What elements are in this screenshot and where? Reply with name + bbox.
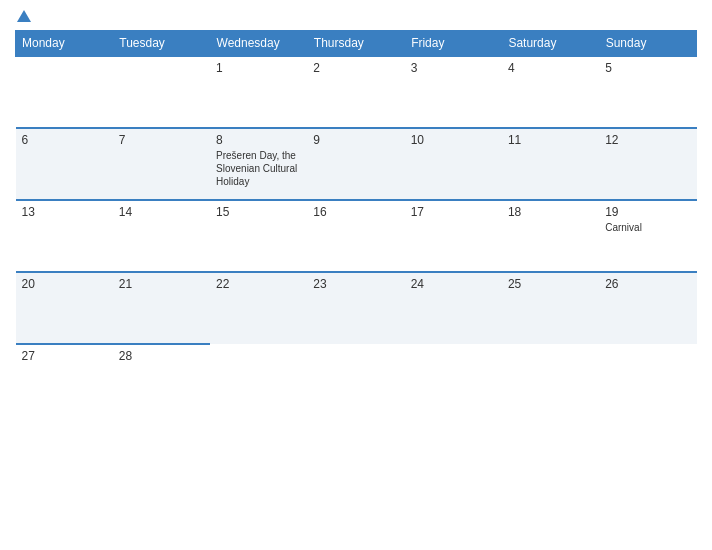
week-row-4: 2728 xyxy=(16,344,697,416)
day-header-sunday: Sunday xyxy=(599,31,696,57)
day-number: 1 xyxy=(216,61,301,75)
calendar-cell xyxy=(113,56,210,128)
calendar-cell xyxy=(502,344,599,416)
calendar-cell: 4 xyxy=(502,56,599,128)
calendar-cell: 24 xyxy=(405,272,502,344)
calendar-cell: 3 xyxy=(405,56,502,128)
day-header-monday: Monday xyxy=(16,31,113,57)
day-number: 24 xyxy=(411,277,496,291)
day-number: 18 xyxy=(508,205,593,219)
day-number: 23 xyxy=(313,277,398,291)
calendar-cell: 8Prešeren Day, the Slovenian Cultural Ho… xyxy=(210,128,307,200)
calendar-cell xyxy=(307,344,404,416)
calendar-cell: 11 xyxy=(502,128,599,200)
calendar-cell: 7 xyxy=(113,128,210,200)
calendar-cell: 9 xyxy=(307,128,404,200)
day-number: 22 xyxy=(216,277,301,291)
day-number: 19 xyxy=(605,205,690,219)
day-number: 8 xyxy=(216,133,301,147)
week-row-0: 12345 xyxy=(16,56,697,128)
day-header-saturday: Saturday xyxy=(502,31,599,57)
calendar-cell: 17 xyxy=(405,200,502,272)
calendar-cell xyxy=(599,344,696,416)
calendar-cell xyxy=(210,344,307,416)
day-header-thursday: Thursday xyxy=(307,31,404,57)
day-number: 13 xyxy=(22,205,107,219)
calendar-cell: 20 xyxy=(16,272,113,344)
day-number: 14 xyxy=(119,205,204,219)
week-row-2: 13141516171819Carnival xyxy=(16,200,697,272)
day-header-friday: Friday xyxy=(405,31,502,57)
day-number: 9 xyxy=(313,133,398,147)
calendar-cell: 14 xyxy=(113,200,210,272)
calendar-cell: 19Carnival xyxy=(599,200,696,272)
calendar-cell xyxy=(405,344,502,416)
day-number: 7 xyxy=(119,133,204,147)
days-header-row: MondayTuesdayWednesdayThursdayFridaySatu… xyxy=(16,31,697,57)
calendar-cell: 21 xyxy=(113,272,210,344)
calendar-cell xyxy=(16,56,113,128)
calendar-cell: 15 xyxy=(210,200,307,272)
day-number: 10 xyxy=(411,133,496,147)
day-number: 16 xyxy=(313,205,398,219)
day-header-tuesday: Tuesday xyxy=(113,31,210,57)
event-text: Carnival xyxy=(605,221,690,234)
day-number: 28 xyxy=(119,349,204,363)
calendar-cell: 23 xyxy=(307,272,404,344)
day-header-wednesday: Wednesday xyxy=(210,31,307,57)
day-number: 17 xyxy=(411,205,496,219)
day-number: 25 xyxy=(508,277,593,291)
calendar-cell: 22 xyxy=(210,272,307,344)
calendar-cell: 13 xyxy=(16,200,113,272)
day-number: 12 xyxy=(605,133,690,147)
day-number: 15 xyxy=(216,205,301,219)
calendar-cell: 5 xyxy=(599,56,696,128)
calendar-cell: 18 xyxy=(502,200,599,272)
calendar-cell: 16 xyxy=(307,200,404,272)
day-number: 20 xyxy=(22,277,107,291)
event-text: Prešeren Day, the Slovenian Cultural Hol… xyxy=(216,149,301,188)
calendar-cell: 10 xyxy=(405,128,502,200)
day-number: 6 xyxy=(22,133,107,147)
calendar-cell: 28 xyxy=(113,344,210,416)
calendar-cell: 27 xyxy=(16,344,113,416)
logo-triangle-icon xyxy=(17,10,31,22)
calendar-cell: 26 xyxy=(599,272,696,344)
day-number: 4 xyxy=(508,61,593,75)
logo xyxy=(15,10,31,22)
day-number: 11 xyxy=(508,133,593,147)
day-number: 27 xyxy=(22,349,107,363)
day-number: 21 xyxy=(119,277,204,291)
week-row-1: 678Prešeren Day, the Slovenian Cultural … xyxy=(16,128,697,200)
calendar-cell: 6 xyxy=(16,128,113,200)
day-number: 3 xyxy=(411,61,496,75)
day-number: 26 xyxy=(605,277,690,291)
calendar-page: MondayTuesdayWednesdayThursdayFridaySatu… xyxy=(0,0,712,550)
calendar-cell: 2 xyxy=(307,56,404,128)
day-number: 2 xyxy=(313,61,398,75)
day-number: 5 xyxy=(605,61,690,75)
week-row-3: 20212223242526 xyxy=(16,272,697,344)
calendar-cell: 12 xyxy=(599,128,696,200)
calendar-cell: 1 xyxy=(210,56,307,128)
calendar-table: MondayTuesdayWednesdayThursdayFridaySatu… xyxy=(15,30,697,416)
calendar-cell: 25 xyxy=(502,272,599,344)
header xyxy=(15,10,697,22)
